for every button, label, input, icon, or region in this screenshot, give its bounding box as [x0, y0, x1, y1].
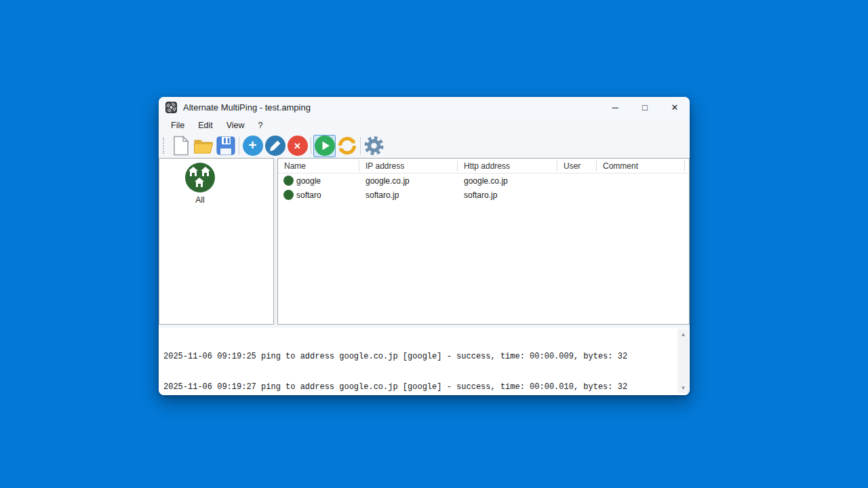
host-name: google [296, 176, 321, 186]
refresh-icon [337, 136, 357, 156]
save-icon [216, 136, 236, 156]
log-line: 2025-11-06 09:19:25 ping to address goog… [163, 352, 673, 362]
column-header-comment[interactable]: Comment [597, 161, 685, 171]
menu-view[interactable]: View [220, 119, 252, 132]
new-document-button[interactable] [170, 135, 192, 157]
edit-host-button[interactable] [264, 135, 286, 157]
settings-gear-icon [363, 135, 384, 157]
log-text: 2025-11-06 09:19:25 ping to address goog… [159, 328, 690, 395]
close-button[interactable]: ✕ [660, 97, 690, 117]
app-window: Alternate MultiPing - test.amping ─ □ ✕ … [159, 97, 690, 395]
edit-pencil-icon [265, 136, 285, 156]
toolbar-separator [239, 137, 239, 155]
add-host-button[interactable]: + [241, 135, 264, 157]
column-header-user[interactable]: User [557, 161, 597, 171]
host-http-address: google.co.jp [458, 176, 557, 186]
host-ip-address: softaro.jp [359, 190, 458, 200]
start-play-icon [315, 136, 335, 156]
column-header-filler [685, 161, 690, 171]
start-ping-button[interactable] [313, 135, 336, 157]
main-area: All Name IP address Http address User Co… [159, 158, 690, 325]
scroll-up-icon[interactable]: ▲ [677, 329, 689, 340]
maximize-button[interactable]: □ [630, 97, 660, 117]
sidebar-item-label: All [195, 195, 204, 205]
new-document-icon [172, 136, 190, 156]
column-header-http-address[interactable]: Http address [458, 161, 557, 171]
houses-group-icon [184, 161, 216, 194]
ping-log-panel: 2025-11-06 09:19:25 ping to address goog… [159, 328, 690, 395]
title-bar[interactable]: Alternate MultiPing - test.amping ─ □ ✕ [159, 97, 690, 117]
add-icon: + [243, 136, 263, 156]
open-folder-icon [193, 136, 214, 155]
hosts-table: Name IP address Http address User Commen… [277, 158, 690, 325]
sidebar-item-all[interactable]: All [179, 161, 221, 205]
app-icon [165, 102, 177, 113]
toolbar-separator [360, 137, 361, 155]
delete-host-button[interactable]: ✕ [286, 135, 309, 157]
delete-icon: ✕ [288, 136, 308, 156]
host-http-address: softaro.jp [458, 190, 557, 200]
menu-edit[interactable]: Edit [191, 119, 220, 132]
menu-help[interactable]: ? [252, 119, 270, 132]
window-title: Alternate MultiPing - test.amping [183, 102, 311, 113]
toolbar: + ✕ [159, 134, 690, 158]
toolbar-separator [311, 137, 311, 155]
table-header: Name IP address Http address User Commen… [278, 159, 689, 174]
settings-button[interactable] [363, 135, 385, 157]
open-file-button[interactable] [192, 135, 214, 157]
host-name: softaro [296, 190, 321, 200]
menu-file[interactable]: File [164, 119, 191, 132]
table-row-softaro[interactable]: softaro softaro.jp softaro.jp [278, 188, 689, 202]
host-status-icon [283, 176, 294, 186]
column-header-ip-address[interactable]: IP address [359, 161, 458, 171]
save-file-button[interactable] [214, 135, 237, 157]
scroll-down-icon[interactable]: ▼ [677, 382, 689, 393]
log-scrollbar[interactable]: ▲ ▼ [677, 329, 689, 393]
refresh-button[interactable] [336, 135, 358, 157]
log-line: 2025-11-06 09:19:27 ping to address goog… [163, 382, 673, 392]
column-header-name[interactable]: Name [278, 161, 359, 171]
minimize-button[interactable]: ─ [600, 97, 630, 117]
host-ip-address: google.co.jp [359, 176, 458, 186]
window-controls: ─ □ ✕ [600, 97, 690, 117]
menu-bar: File Edit View ? [159, 117, 690, 134]
toolbar-grip-handle[interactable] [163, 138, 166, 154]
host-status-icon [283, 190, 294, 200]
group-sidebar: All [159, 158, 274, 325]
table-row-google[interactable]: google google.co.jp google.co.jp [278, 174, 689, 188]
